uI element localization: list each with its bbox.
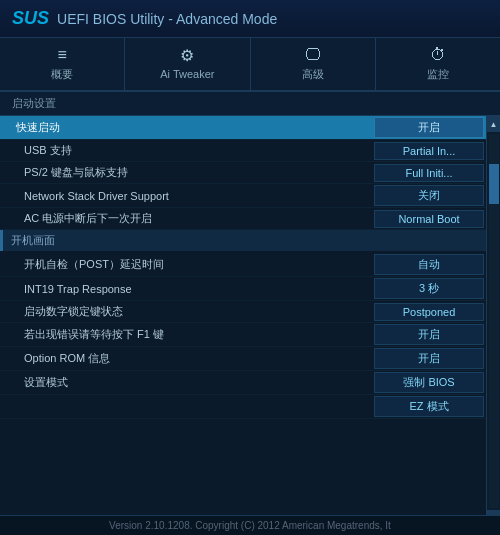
settings-area: 快速启动 开启 USB 支持 Partial In... PS/2 键盘与鼠标支…	[0, 116, 486, 526]
bios-title: UEFI BIOS Utility - Advanced Mode	[57, 11, 277, 27]
network-stack-value[interactable]: 关闭	[374, 185, 484, 206]
ps2-label: PS/2 键盘与鼠标支持	[0, 162, 372, 183]
footer: Version 2.10.1208. Copyright (C) 2012 Am…	[0, 515, 500, 535]
overview-icon: ≡	[57, 46, 66, 64]
option-rom-row[interactable]: Option ROM 信息 开启	[0, 347, 486, 371]
ez-mode-label	[0, 404, 372, 410]
tab-ai-tweaker[interactable]: ⚙ Ai Tweaker	[125, 38, 250, 90]
ps2-row[interactable]: PS/2 键盘与鼠标支持 Full Initi...	[0, 162, 486, 184]
int19-value[interactable]: 3 秒	[374, 278, 484, 299]
boot-screen-title: 开机画面	[11, 234, 55, 246]
f1-key-row[interactable]: 若出现错误请等待按下 F1 键 开启	[0, 323, 486, 347]
ac-power-value[interactable]: Normal Boot	[374, 210, 484, 228]
usb-support-row[interactable]: USB 支持 Partial In...	[0, 140, 486, 162]
int19-row[interactable]: INT19 Trap Response 3 秒	[0, 277, 486, 301]
footer-text: Version 2.10.1208. Copyright (C) 2012 Am…	[109, 520, 391, 531]
post-delay-label: 开机自检（POST）延迟时间	[0, 254, 372, 275]
tab-overview[interactable]: ≡ 概要	[0, 38, 125, 90]
breadcrumb-text: 启动设置	[12, 97, 56, 109]
tab-advanced-label: 高级	[302, 67, 324, 82]
tab-overview-label: 概要	[51, 67, 73, 82]
setup-mode-row[interactable]: 设置模式 强制 BIOS	[0, 371, 486, 395]
usb-support-value[interactable]: Partial In...	[374, 142, 484, 160]
header: SUS UEFI BIOS Utility - Advanced Mode	[0, 0, 500, 38]
tab-advanced[interactable]: 🖵 高级	[251, 38, 376, 90]
setup-mode-label: 设置模式	[0, 372, 372, 393]
numlock-value[interactable]: Postponed	[374, 303, 484, 321]
int19-label: INT19 Trap Response	[0, 280, 372, 298]
scrollbar[interactable]: ▲ ▼	[486, 116, 500, 526]
ac-power-row[interactable]: AC 电源中断后下一次开启 Normal Boot	[0, 208, 486, 230]
scroll-up-arrow[interactable]: ▲	[487, 116, 501, 132]
ez-mode-row[interactable]: EZ 模式	[0, 395, 486, 419]
nav-tabs: ≡ 概要 ⚙ Ai Tweaker 🖵 高级 ⏱ 监控	[0, 38, 500, 92]
main-content: 快速启动 开启 USB 支持 Partial In... PS/2 键盘与鼠标支…	[0, 116, 500, 526]
option-rom-value[interactable]: 开启	[374, 348, 484, 369]
ai-tweaker-icon: ⚙	[180, 46, 194, 65]
monitor-icon: ⏱	[430, 46, 446, 64]
usb-support-label: USB 支持	[0, 140, 372, 161]
boot-screen-section: 开机画面	[0, 230, 486, 251]
f1-key-label: 若出现错误请等待按下 F1 键	[0, 324, 372, 345]
tab-monitor-label: 监控	[427, 67, 449, 82]
fast-boot-row[interactable]: 快速启动 开启	[0, 116, 486, 140]
asus-logo: SUS	[12, 8, 49, 29]
tab-monitor[interactable]: ⏱ 监控	[376, 38, 500, 90]
fast-boot-value[interactable]: 开启	[374, 117, 484, 138]
network-stack-row[interactable]: Network Stack Driver Support 关闭	[0, 184, 486, 208]
numlock-row[interactable]: 启动数字锁定键状态 Postponed	[0, 301, 486, 323]
tab-ai-tweaker-label: Ai Tweaker	[160, 68, 214, 80]
scroll-thumb[interactable]	[489, 164, 499, 204]
setup-mode-value[interactable]: 强制 BIOS	[374, 372, 484, 393]
scroll-track	[489, 134, 499, 508]
advanced-icon: 🖵	[305, 46, 321, 64]
option-rom-label: Option ROM 信息	[0, 348, 372, 369]
breadcrumb: 启动设置	[0, 92, 500, 116]
ac-power-label: AC 电源中断后下一次开启	[0, 208, 372, 229]
ps2-value[interactable]: Full Initi...	[374, 164, 484, 182]
post-delay-value[interactable]: 自动	[374, 254, 484, 275]
f1-key-value[interactable]: 开启	[374, 324, 484, 345]
ez-mode-value[interactable]: EZ 模式	[374, 396, 484, 417]
fast-boot-label: 快速启动	[0, 117, 372, 138]
numlock-label: 启动数字锁定键状态	[0, 301, 372, 322]
network-stack-label: Network Stack Driver Support	[0, 187, 372, 205]
post-delay-row[interactable]: 开机自检（POST）延迟时间 自动	[0, 253, 486, 277]
